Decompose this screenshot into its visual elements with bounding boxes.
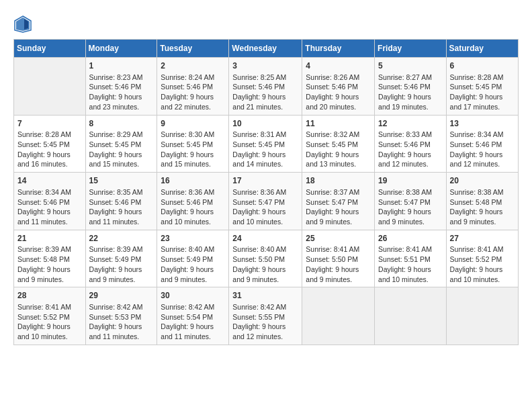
day-number: 19 <box>378 175 443 187</box>
day-cell: 16Sunrise: 8:36 AMSunset: 5:46 PMDayligh… <box>157 173 229 230</box>
day-cell: 4Sunrise: 8:26 AMSunset: 5:46 PMDaylight… <box>302 58 375 116</box>
page-container: SundayMondayTuesdayWednesdayThursdayFrid… <box>0 0 532 352</box>
day-info: Daylight: 9 hours <box>89 265 154 275</box>
day-info: Sunset: 5:53 PM <box>89 312 154 322</box>
day-info: Sunrise: 8:28 AM <box>17 130 82 140</box>
day-info: and 10 minutes. <box>17 332 82 342</box>
col-header-tuesday: Tuesday <box>157 40 229 58</box>
logo-icon <box>13 15 32 34</box>
day-info: Sunset: 5:46 PM <box>306 82 371 92</box>
day-cell: 3Sunrise: 8:25 AMSunset: 5:46 PMDaylight… <box>229 58 302 116</box>
day-info: Daylight: 9 hours <box>17 150 82 160</box>
day-info: Daylight: 9 hours <box>161 92 225 102</box>
day-info: Sunrise: 8:40 AM <box>161 244 225 255</box>
day-info: Daylight: 9 hours <box>306 92 371 102</box>
day-cell: 29Sunrise: 8:42 AMSunset: 5:53 PMDayligh… <box>85 287 157 345</box>
day-info: and 9 minutes. <box>450 217 515 227</box>
day-info: Daylight: 9 hours <box>232 207 298 217</box>
day-number: 3 <box>232 60 298 72</box>
day-cell: 21Sunrise: 8:39 AMSunset: 5:48 PMDayligh… <box>14 230 86 287</box>
day-info: and 10 minutes. <box>232 217 298 227</box>
day-info: and 20 minutes. <box>306 102 371 112</box>
day-cell: 9Sunrise: 8:30 AMSunset: 5:45 PMDaylight… <box>157 115 229 173</box>
day-info: Sunrise: 8:41 AM <box>17 302 82 312</box>
day-info: Sunset: 5:47 PM <box>232 197 298 208</box>
day-info: Sunrise: 8:38 AM <box>450 187 515 197</box>
day-number: 29 <box>89 290 154 302</box>
day-info: Sunrise: 8:28 AM <box>450 73 515 83</box>
day-cell: 19Sunrise: 8:38 AMSunset: 5:47 PMDayligh… <box>375 173 447 230</box>
day-info: Daylight: 9 hours <box>17 207 82 217</box>
day-cell: 20Sunrise: 8:38 AMSunset: 5:48 PMDayligh… <box>446 173 518 230</box>
day-number: 14 <box>17 175 82 187</box>
day-info: Daylight: 9 hours <box>378 207 443 217</box>
day-info: and 17 minutes. <box>450 102 515 112</box>
day-cell: 25Sunrise: 8:41 AMSunset: 5:50 PMDayligh… <box>302 230 375 287</box>
day-info: Sunset: 5:47 PM <box>378 197 443 208</box>
day-info: Sunrise: 8:34 AM <box>450 130 515 140</box>
day-info: Sunset: 5:50 PM <box>232 255 298 265</box>
day-number: 7 <box>17 118 82 130</box>
day-cell: 27Sunrise: 8:41 AMSunset: 5:52 PMDayligh… <box>446 230 518 287</box>
day-info: Sunrise: 8:37 AM <box>306 187 371 197</box>
day-info: Daylight: 9 hours <box>306 207 371 217</box>
day-info: Sunrise: 8:29 AM <box>89 130 154 140</box>
day-info: and 9 minutes. <box>161 275 225 285</box>
day-info: Daylight: 9 hours <box>378 150 443 160</box>
day-cell: 23Sunrise: 8:40 AMSunset: 5:49 PMDayligh… <box>157 230 229 287</box>
day-info: Sunrise: 8:38 AM <box>378 187 443 197</box>
day-info: Sunrise: 8:41 AM <box>450 244 515 255</box>
day-number: 17 <box>232 175 298 187</box>
day-info: Daylight: 9 hours <box>161 322 225 332</box>
day-info: and 12 minutes. <box>450 159 515 169</box>
day-info: and 21 minutes. <box>232 102 298 112</box>
day-info: and 9 minutes. <box>306 217 371 227</box>
day-info: and 10 minutes. <box>378 275 443 285</box>
day-cell: 11Sunrise: 8:32 AMSunset: 5:45 PMDayligh… <box>302 115 375 173</box>
day-info: Sunset: 5:47 PM <box>306 197 371 208</box>
day-info: Sunset: 5:45 PM <box>450 82 515 92</box>
day-info: Daylight: 9 hours <box>161 150 225 160</box>
day-info: Sunrise: 8:41 AM <box>306 244 371 255</box>
day-info: Daylight: 9 hours <box>232 322 298 332</box>
day-info: Sunrise: 8:25 AM <box>232 73 298 83</box>
day-info: Daylight: 9 hours <box>89 150 154 160</box>
day-number: 21 <box>17 233 82 244</box>
day-info: and 14 minutes. <box>232 159 298 169</box>
day-info: and 10 minutes. <box>161 217 225 227</box>
day-info: Daylight: 9 hours <box>306 265 371 275</box>
day-info: Sunset: 5:46 PM <box>450 140 515 150</box>
day-info: and 13 minutes. <box>306 159 371 169</box>
col-header-saturday: Saturday <box>446 40 518 58</box>
day-number: 31 <box>232 290 298 302</box>
day-info: Sunset: 5:46 PM <box>232 82 298 92</box>
day-info: Sunrise: 8:33 AM <box>378 130 443 140</box>
day-info: and 16 minutes. <box>17 159 82 169</box>
day-info: Sunset: 5:46 PM <box>89 197 154 208</box>
day-number: 10 <box>232 118 298 130</box>
day-info: Sunrise: 8:34 AM <box>17 187 82 197</box>
day-number: 30 <box>161 290 225 302</box>
day-info: and 11 minutes. <box>89 332 154 342</box>
day-info: Daylight: 9 hours <box>450 92 515 102</box>
day-info: Daylight: 9 hours <box>450 207 515 217</box>
day-cell: 6Sunrise: 8:28 AMSunset: 5:45 PMDaylight… <box>446 58 518 116</box>
day-number: 12 <box>378 118 443 130</box>
col-header-friday: Friday <box>375 40 447 58</box>
day-info: Sunset: 5:52 PM <box>17 312 82 322</box>
day-info: Sunset: 5:45 PM <box>232 140 298 150</box>
day-info: Sunset: 5:46 PM <box>161 82 225 92</box>
day-info: and 10 minutes. <box>450 275 515 285</box>
day-info: Sunset: 5:46 PM <box>89 82 154 92</box>
day-number: 16 <box>161 175 225 187</box>
day-info: Sunset: 5:48 PM <box>17 255 82 265</box>
day-cell: 17Sunrise: 8:36 AMSunset: 5:47 PMDayligh… <box>229 173 302 230</box>
day-info: Sunrise: 8:26 AM <box>306 73 371 83</box>
day-info: and 12 minutes. <box>232 332 298 342</box>
day-cell: 26Sunrise: 8:41 AMSunset: 5:51 PMDayligh… <box>375 230 447 287</box>
day-number: 26 <box>378 233 443 244</box>
day-cell: 12Sunrise: 8:33 AMSunset: 5:46 PMDayligh… <box>375 115 447 173</box>
day-cell: 15Sunrise: 8:35 AMSunset: 5:46 PMDayligh… <box>85 173 157 230</box>
day-cell <box>14 58 86 116</box>
day-info: Sunrise: 8:42 AM <box>89 302 154 312</box>
